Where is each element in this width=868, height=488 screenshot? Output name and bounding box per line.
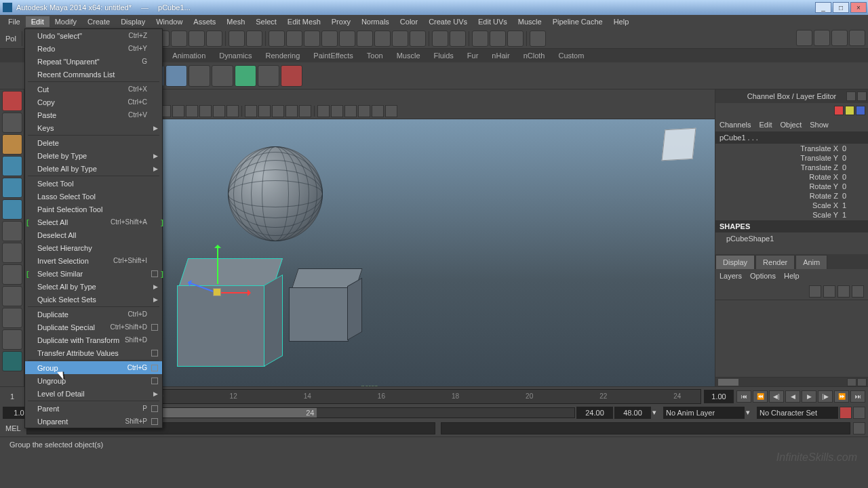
- viewcube[interactable]: [662, 128, 696, 161]
- menu-proxy[interactable]: Proxy: [326, 16, 356, 27]
- edit-menu-redo[interactable]: RedoCtrl+Y: [25, 42, 162, 55]
- go-end-button[interactable]: ⏭: [850, 390, 865, 403]
- tool[interactable]: [2, 243, 22, 263]
- edit-menu-cut[interactable]: CutCtrl+X: [25, 83, 162, 96]
- shelf-icon[interactable]: [189, 65, 210, 87]
- toolbar-button[interactable]: [189, 30, 205, 47]
- channel-menu-object[interactable]: Object: [780, 121, 802, 129]
- edit-menu-select-all[interactable]: Select AllCtrl+Shift+A[]: [25, 216, 162, 228]
- lasso-tool[interactable]: [2, 113, 22, 133]
- channel-menu-show[interactable]: Show: [810, 121, 829, 129]
- toolbar-button[interactable]: [339, 30, 355, 47]
- shelf-tab-fur[interactable]: Fur: [460, 50, 486, 61]
- menu-file[interactable]: File: [3, 16, 26, 27]
- attr-row[interactable]: Rotate Z0: [715, 191, 868, 201]
- edit-menu-delete-by-type[interactable]: Delete by Type▶: [25, 149, 162, 162]
- menu-create-uvs[interactable]: Create UVs: [423, 16, 473, 27]
- toolbar-button[interactable]: [321, 30, 338, 47]
- view-toolbar-button[interactable]: [258, 105, 271, 117]
- layer-tab-anim[interactable]: Anim: [795, 255, 827, 269]
- layout-four[interactable]: [2, 308, 22, 328]
- edit-menu-transfer-attribute-values[interactable]: Transfer Attribute Values: [25, 346, 162, 359]
- scene-cube-selected[interactable]: [177, 258, 279, 360]
- toolbar-button[interactable]: [246, 30, 262, 47]
- edit-menu-recent-commands-list[interactable]: Recent Commands List: [25, 68, 162, 81]
- panel-btn[interactable]: [846, 92, 856, 101]
- sidebar-toggle-icon[interactable]: [814, 30, 830, 46]
- sidebar-toggle-icon[interactable]: [796, 30, 812, 46]
- menu-window[interactable]: Window: [151, 16, 188, 27]
- menu-edit-mesh[interactable]: Edit Mesh: [282, 16, 326, 27]
- tool[interactable]: [2, 264, 22, 285]
- view-toolbar-button[interactable]: [317, 105, 330, 117]
- edit-menu-invert-selection[interactable]: Invert SelectionCtrl+Shift+I: [25, 254, 162, 267]
- edit-menu-unparent[interactable]: UnparentShift+P: [25, 415, 162, 428]
- panel-btn[interactable]: [857, 92, 867, 101]
- channel-menu-edit[interactable]: Edit: [759, 121, 772, 129]
- shelf-tab-muscle[interactable]: Muscle: [390, 50, 427, 61]
- edit-menu-paint-selection-tool[interactable]: Paint Selection Tool: [25, 203, 162, 216]
- menu-assets[interactable]: Assets: [188, 16, 221, 27]
- toolbar-button[interactable]: [374, 30, 391, 47]
- step-back-key-button[interactable]: ⏪: [753, 390, 768, 403]
- play-back-button[interactable]: ◀: [785, 390, 800, 403]
- sidebar-toggle-icon[interactable]: [849, 30, 865, 46]
- edit-menu-level-of-detail[interactable]: Level of Detail▶: [25, 387, 162, 400]
- edit-menu-select-all-by-type[interactable]: Select All by Type▶: [25, 280, 162, 293]
- anim-end[interactable]: 48.00: [614, 407, 651, 419]
- view-toolbar-button[interactable]: [186, 105, 198, 117]
- view-toolbar-button[interactable]: [385, 105, 397, 117]
- menu-help[interactable]: Help: [608, 16, 635, 27]
- menu-display[interactable]: Display: [115, 16, 151, 27]
- menu-modify[interactable]: Modify: [50, 16, 82, 27]
- scene-sphere[interactable]: [228, 146, 323, 241]
- layer-icon[interactable]: [809, 285, 821, 298]
- range-end[interactable]: 24.00: [576, 407, 613, 419]
- view-toolbar-button[interactable]: [299, 105, 311, 117]
- menu-mesh[interactable]: Mesh: [221, 16, 250, 27]
- go-start-button[interactable]: ⏮: [736, 390, 751, 403]
- attr-row[interactable]: Translate X0: [715, 144, 868, 153]
- view-toolbar-button[interactable]: [285, 105, 298, 117]
- script-editor-button[interactable]: [853, 422, 865, 434]
- shelf-tab-custom[interactable]: Custom: [551, 50, 591, 61]
- scale-tool[interactable]: [2, 199, 22, 220]
- layer-tab-render[interactable]: Render: [755, 255, 795, 269]
- shelf-tab-animation[interactable]: Animation: [165, 50, 212, 61]
- edit-menu-delete-all-by-type[interactable]: Delete All by Type▶: [25, 162, 162, 175]
- view-toolbar-button[interactable]: [213, 105, 225, 117]
- panel-scrollbar[interactable]: [715, 377, 868, 386]
- menu-color[interactable]: Color: [395, 16, 423, 27]
- menu-muscle[interactable]: Muscle: [513, 16, 547, 27]
- view-toolbar-button[interactable]: [358, 105, 370, 117]
- shelf-icon[interactable]: [235, 65, 256, 87]
- step-fwd-button[interactable]: |▶: [818, 390, 833, 403]
- toolbar-button[interactable]: [410, 30, 426, 47]
- edit-menu-repeat-unparent-[interactable]: Repeat "Unparent"G: [25, 55, 162, 68]
- view-toolbar-button[interactable]: [331, 105, 343, 117]
- edit-menu-select-hierarchy[interactable]: Select Hierarchy: [25, 241, 162, 254]
- shelf-tab-toon[interactable]: Toon: [360, 50, 390, 61]
- shelf-icon[interactable]: [281, 65, 302, 87]
- layout-single[interactable]: [2, 286, 22, 306]
- edit-menu-quick-select-sets[interactable]: Quick Select Sets▶: [25, 293, 162, 306]
- attr-row[interactable]: Rotate Y0: [715, 182, 868, 191]
- layout-custom[interactable]: [2, 329, 22, 350]
- view-toolbar-button[interactable]: [199, 105, 212, 117]
- toolbar-button[interactable]: [450, 30, 466, 47]
- toolbar-button[interactable]: [269, 30, 285, 47]
- toolbar-button[interactable]: [472, 30, 488, 47]
- layer-icon[interactable]: [852, 285, 864, 298]
- menu-edit[interactable]: Edit: [26, 16, 50, 27]
- tool[interactable]: [2, 351, 22, 371]
- toolbar-button[interactable]: [392, 30, 408, 47]
- script-lang-label[interactable]: MEL: [3, 424, 24, 432]
- close-button[interactable]: ×: [850, 2, 867, 13]
- shelf-tab-nhair[interactable]: nHair: [485, 50, 516, 61]
- module-label[interactable]: Pol: [3, 35, 19, 43]
- character-set-dropdown[interactable]: No Character Set: [757, 407, 838, 419]
- channel-menu-channels[interactable]: Channels: [719, 121, 751, 129]
- edit-menu-undo-select-[interactable]: Undo "select"Ctrl+Z: [25, 29, 162, 42]
- color-swatch[interactable]: [834, 106, 844, 115]
- edit-menu-lasso-select-tool[interactable]: Lasso Select Tool: [25, 190, 162, 203]
